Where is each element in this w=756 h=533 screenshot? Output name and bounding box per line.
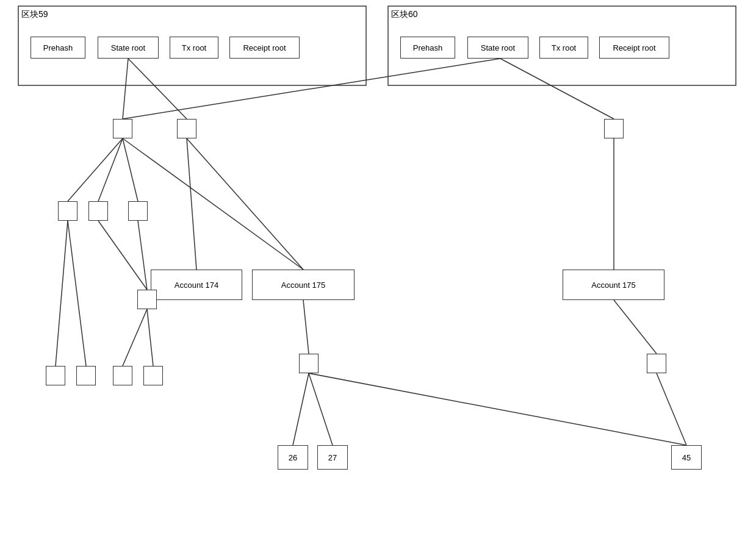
b59-prehash: Prehash <box>31 37 85 59</box>
block59-label: 区块59 <box>21 9 48 20</box>
svg-line-3 <box>128 59 187 119</box>
node-n12 <box>137 290 157 309</box>
svg-line-17 <box>123 309 147 366</box>
svg-line-22 <box>309 373 333 445</box>
b59-state-root: State root <box>98 37 159 59</box>
svg-line-15 <box>98 221 147 290</box>
svg-line-7 <box>98 138 123 201</box>
node-n14 <box>647 354 666 373</box>
svg-line-18 <box>147 309 153 366</box>
svg-line-19 <box>303 300 309 354</box>
svg-line-5 <box>500 59 614 119</box>
node-n16 <box>143 366 163 385</box>
b60-tx-root: Tx root <box>539 37 588 59</box>
b59-tx-root: Tx root <box>170 37 218 59</box>
node-leaf1-parent <box>46 366 65 385</box>
block60-label: 区块60 <box>391 9 418 20</box>
leaf-27: 27 <box>317 445 348 470</box>
node-n4 <box>58 201 77 221</box>
svg-line-6 <box>68 138 123 201</box>
account-175-right: Account 175 <box>563 270 664 300</box>
svg-line-10 <box>187 138 196 270</box>
svg-line-8 <box>123 138 138 201</box>
node-n13 <box>299 354 319 373</box>
account-175-left: Account 175 <box>252 270 355 300</box>
svg-line-11 <box>187 138 303 270</box>
svg-line-23 <box>309 373 686 445</box>
leaf-26: 26 <box>278 445 308 470</box>
svg-line-24 <box>657 373 686 445</box>
node-leaf2-parent <box>76 366 96 385</box>
svg-line-14 <box>68 221 86 366</box>
svg-line-2 <box>123 59 128 119</box>
node-n1 <box>113 119 132 138</box>
leaf-45: 45 <box>671 445 702 470</box>
node-n5 <box>88 201 108 221</box>
svg-line-20 <box>614 300 657 354</box>
svg-line-9 <box>123 138 303 270</box>
b59-receipt-root: Receipt root <box>229 37 300 59</box>
svg-line-21 <box>293 373 309 445</box>
node-n2 <box>177 119 196 138</box>
node-n15 <box>113 366 132 385</box>
node-n6 <box>128 201 148 221</box>
b60-receipt-root: Receipt root <box>599 37 669 59</box>
svg-line-16 <box>138 221 147 290</box>
b60-prehash: Prehash <box>400 37 455 59</box>
svg-line-13 <box>56 221 68 366</box>
svg-line-4 <box>123 59 500 119</box>
b60-state-root: State root <box>467 37 528 59</box>
account-174: Account 174 <box>151 270 242 300</box>
node-n3 <box>604 119 624 138</box>
